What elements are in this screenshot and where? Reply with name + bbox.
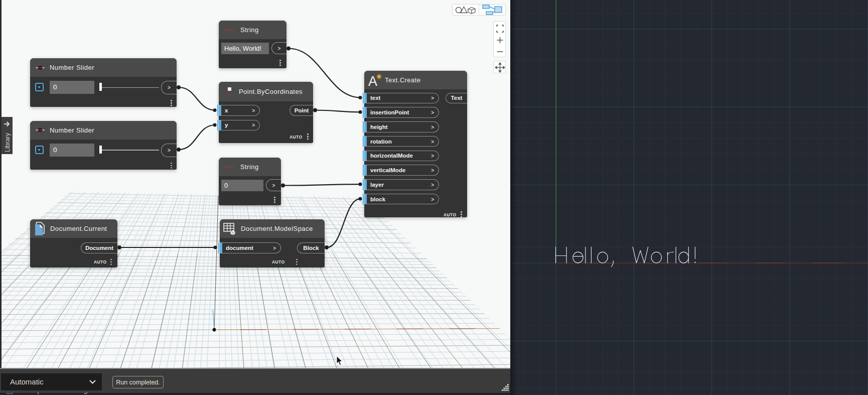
svg-text:XY: XY bbox=[226, 93, 231, 97]
svg-text:A: A bbox=[368, 74, 377, 87]
